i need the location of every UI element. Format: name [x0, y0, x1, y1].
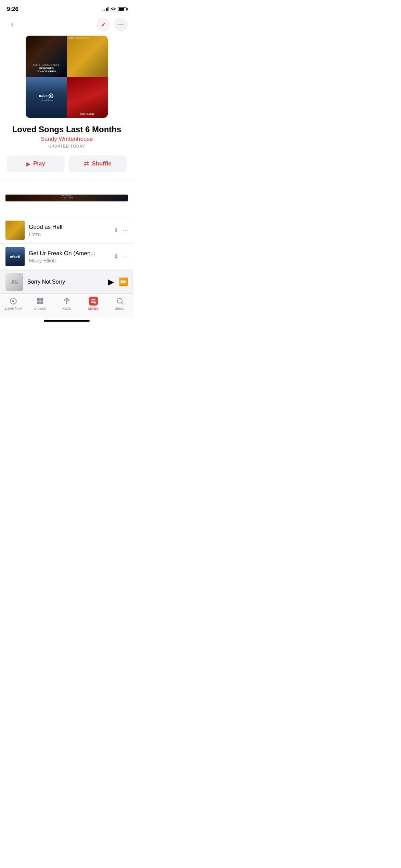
play-label: Play — [33, 160, 45, 167]
song-thumb-2 — [5, 221, 25, 240]
song-thumb-1: MEMORIESDO NOT OPEN — [5, 195, 128, 201]
collage-chainsmokers: THE CHAINSMOKERS MEMORIESDO NOT OPEN — [26, 36, 67, 77]
battery-icon — [118, 7, 127, 11]
shuffle-button[interactable]: ⇄ Shuffle — [69, 156, 127, 172]
song-title-3: Get Ur Freak On (Amen... — [29, 250, 109, 257]
home-bar — [44, 320, 90, 322]
collage-lizzo: LIZZO · COCONUT OIL — [67, 36, 108, 77]
song-actions-3: ⬇ ··· — [114, 253, 128, 260]
tab-search[interactable]: Search — [110, 297, 130, 310]
browse-icon — [36, 297, 44, 306]
collage-mary: Mary J Blige — [67, 77, 108, 118]
song-item-2[interactable]: Good as Hell Lizzo ⬇ ··· — [0, 217, 133, 244]
tab-listen-now[interactable]: Listen Now — [3, 297, 24, 310]
now-playing-controls: ▶ ⏩ — [108, 277, 128, 287]
missy-sub: ...so addictive — [39, 99, 54, 101]
radio-icon — [62, 297, 71, 306]
svg-rect-11 — [91, 302, 94, 303]
song-title-2: Good as Hell — [29, 224, 109, 231]
search-icon — [116, 297, 125, 306]
song-artist-3: Missy Elliott — [29, 258, 109, 263]
tab-label-search: Search — [115, 307, 126, 310]
tab-label-listen-now: Listen Now — [5, 307, 22, 310]
chainsmokers-title: MEMORIESDO NOT OPEN — [37, 67, 56, 73]
shuffle-icon: ⇄ — [84, 160, 89, 168]
song-artist-2: Lizzo — [29, 231, 109, 237]
song-item-1[interactable]: MEMORIESDO NOT OPEN Something Just Like … — [0, 179, 133, 217]
play-button[interactable]: ▶ Play — [7, 156, 65, 172]
album-collage: THE CHAINSMOKERS MEMORIESDO NOT OPEN LIZ… — [26, 36, 108, 118]
tab-library[interactable]: Library — [83, 297, 104, 310]
svg-rect-5 — [40, 301, 43, 304]
status-time: 9:26 — [7, 6, 18, 13]
back-chevron-icon: ‹ — [11, 21, 13, 28]
playlist-author: Sandy Writtenhouse — [7, 136, 127, 142]
back-button[interactable]: ‹ — [5, 18, 19, 32]
more-icon-2[interactable]: ··· — [123, 227, 128, 234]
svg-rect-4 — [37, 301, 40, 304]
download-icon-2[interactable]: ⬇ — [114, 226, 119, 234]
library-icon — [89, 297, 98, 306]
dots-icon: ··· — [118, 21, 124, 28]
status-bar: 9:26 — [0, 0, 133, 16]
tab-label-browse: Browse — [34, 307, 46, 310]
download-icon-3[interactable]: ⬇ — [114, 253, 119, 260]
now-playing-info: Sorry Not Sorry — [27, 279, 104, 285]
song-actions-2: ⬇ ··· — [114, 226, 128, 234]
now-playing-play-icon[interactable]: ▶ — [108, 277, 114, 287]
now-playing-thumb: DEMILOVATO — [5, 273, 23, 291]
svg-rect-10 — [91, 301, 95, 302]
mary-label: Mary J Blige — [80, 113, 94, 115]
svg-rect-2 — [37, 298, 40, 301]
lizzo-label: LIZZO · COCONUT OIL — [68, 37, 89, 39]
playlist-title: Loved Songs Last 6 Months — [7, 125, 127, 134]
chainsmokers-label: THE CHAINSMOKERS — [33, 64, 60, 66]
svg-rect-9 — [91, 299, 95, 300]
play-icon: ▶ — [26, 161, 30, 167]
more-icon-3[interactable]: ··· — [123, 253, 128, 260]
collage-missy: miss·E ...so addictive — [26, 77, 67, 118]
confirm-button[interactable]: ✓ — [96, 18, 110, 32]
shuffle-label: Shuffle — [92, 160, 112, 167]
tab-label-radio: Radio — [62, 307, 71, 310]
tab-browse[interactable]: Browse — [30, 297, 50, 310]
more-options-button[interactable]: ··· — [114, 18, 128, 32]
signal-bars-icon — [102, 7, 108, 11]
tab-bar: Listen Now Browse Radio — [0, 294, 133, 317]
now-playing-bar[interactable]: DEMILOVATO Sorry Not Sorry ▶ ⏩ — [0, 270, 133, 294]
home-indicator — [0, 317, 133, 323]
now-playing-title: Sorry Not Sorry — [27, 279, 104, 285]
song-info-2: Good as Hell Lizzo — [29, 224, 109, 237]
song-thumb-3: miss·E — [5, 247, 25, 266]
listen-now-icon — [9, 297, 18, 306]
playlist-info: Loved Songs Last 6 Months Sandy Writtenh… — [0, 125, 133, 156]
status-icons — [102, 7, 127, 11]
missy-title: miss·E — [39, 94, 54, 98]
svg-line-14 — [122, 303, 124, 305]
nav-right-buttons: ✓ ··· — [96, 18, 128, 32]
now-playing-skip-icon[interactable]: ⏩ — [119, 277, 128, 286]
song-list: MEMORIESDO NOT OPEN Something Just Like … — [0, 179, 133, 270]
action-buttons: ▶ Play ⇄ Shuffle — [0, 156, 133, 179]
tab-radio[interactable]: Radio — [56, 297, 77, 310]
tab-label-library: Library — [88, 307, 99, 310]
song-item-3[interactable]: miss·E Get Ur Freak On (Amen... Missy El… — [0, 244, 133, 270]
nav-bar: ‹ ✓ ··· — [0, 16, 133, 36]
playlist-updated: UPDATED TODAY — [7, 144, 127, 149]
svg-point-1 — [12, 300, 14, 302]
wifi-icon — [111, 7, 116, 11]
svg-rect-3 — [40, 298, 43, 301]
checkmark-icon: ✓ — [101, 21, 106, 28]
song-info-3: Get Ur Freak On (Amen... Missy Elliott — [29, 250, 109, 263]
